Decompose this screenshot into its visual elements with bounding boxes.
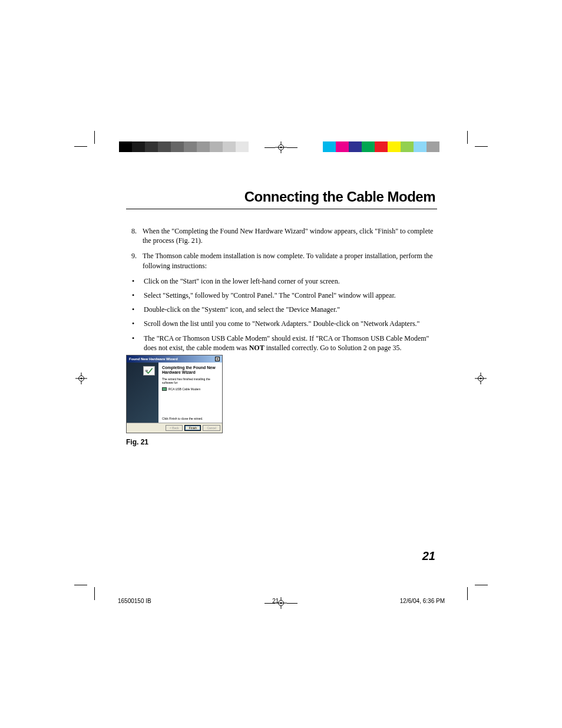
list-item: • Double-click on the "System" icon, and… — [126, 305, 437, 314]
close-icon[interactable]: × — [215, 357, 220, 361]
footer-sheet: 21 — [272, 598, 279, 604]
footer-date: 12/6/04, 6:36 PM — [400, 598, 445, 604]
color-swatch-row — [323, 141, 439, 152]
wizard-device-name: RCA USB Cable Modem — [168, 387, 200, 391]
body-content: 8. When the "Completing the Found New Ha… — [126, 226, 437, 357]
wizard-titlebar: Found New Hardware Wizard × — [127, 355, 222, 363]
crop-mark — [74, 585, 87, 585]
bullet-icon: • — [132, 334, 144, 353]
text-bold: NOT — [249, 344, 265, 352]
bullet-icon: • — [132, 276, 144, 286]
list-text: When the "Completing the Found New Hardw… — [143, 226, 437, 245]
list-text: Click on the "Start" icon in the lower l… — [144, 276, 437, 286]
registration-mark-left — [75, 373, 87, 384]
page-number: 21 — [422, 549, 435, 563]
crop-mark — [467, 587, 468, 600]
list-item: • Select "Settings," followed by "Contro… — [126, 291, 437, 300]
figure-21: Found New Hardware Wizard × Completing t… — [126, 355, 223, 446]
bullet-icon: • — [132, 305, 144, 314]
figure-caption: Fig. 21 — [126, 438, 223, 446]
list-text: The "RCA or Thomson USB Cable Modem" sho… — [144, 334, 437, 353]
svg-rect-0 — [146, 370, 148, 372]
list-item: • Click on the "Start" icon in the lower… — [126, 276, 437, 286]
wizard-content: Completing the Found New Hardware Wizard… — [158, 363, 222, 423]
list-text: The Thomson cable modem installation is … — [143, 251, 437, 270]
registration-mark-top — [275, 141, 287, 153]
wizard-button-row: < Back Finish Cancel — [127, 423, 222, 433]
crop-mark — [475, 146, 488, 147]
bullet-icon: • — [132, 291, 144, 300]
list-text: Select "Settings," followed by "Control … — [144, 291, 437, 300]
back-button[interactable]: < Back — [166, 425, 183, 431]
wizard-sidebar — [127, 363, 158, 423]
list-item: 8. When the "Completing the Found New Ha… — [126, 226, 437, 245]
hardware-icon — [143, 366, 155, 375]
cancel-button[interactable]: Cancel — [203, 425, 220, 431]
list-text: Double-click on the "System" icon, and s… — [144, 305, 437, 314]
finish-button[interactable]: Finish — [184, 425, 201, 431]
crop-mark — [94, 131, 95, 144]
list-item: • Scroll down the list until you come to… — [126, 319, 437, 328]
crop-mark — [467, 131, 468, 144]
wizard-window: Found New Hardware Wizard × Completing t… — [126, 355, 223, 433]
bullet-icon: • — [132, 319, 144, 328]
footer-doc: 16500150 IB — [118, 598, 151, 604]
wizard-hint: Click Finish to close the wizard. — [162, 417, 203, 420]
crop-mark — [475, 585, 488, 585]
text-fragment: installed correctly. Go to Solution 2 on… — [265, 344, 402, 352]
list-number: 8. — [126, 226, 143, 245]
crop-mark — [74, 146, 87, 147]
print-footer: 16500150 IB 21 12/6/04, 6:36 PM — [118, 598, 445, 604]
page-title: Connecting the Cable Modem — [244, 189, 435, 205]
wizard-titlebar-text: Found New Hardware Wizard — [129, 357, 178, 361]
list-text: Scroll down the list until you come to "… — [144, 319, 437, 328]
wizard-subtext: The wizard has finished installing the s… — [162, 377, 219, 384]
list-item: 9. The Thomson cable modem installation … — [126, 251, 437, 270]
list-number: 9. — [126, 251, 143, 270]
title-rule — [126, 209, 437, 209]
gray-swatch-row — [119, 141, 249, 152]
crop-mark — [94, 587, 95, 600]
device-icon — [162, 387, 167, 391]
wizard-heading: Completing the Found New Hardware Wizard — [162, 365, 219, 375]
registration-mark-right — [475, 373, 487, 384]
list-item: • The "RCA or Thomson USB Cable Modem" s… — [126, 334, 437, 353]
